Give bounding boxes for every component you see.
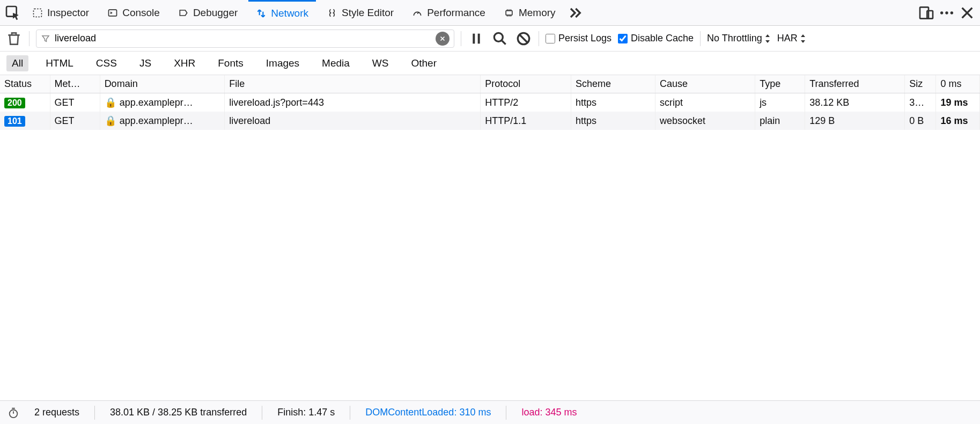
cell-status: 101 xyxy=(0,112,50,130)
persist-logs-input[interactable] xyxy=(546,34,555,43)
status-badge: 200 xyxy=(4,98,25,108)
har-label: HAR xyxy=(777,33,798,44)
tab-style-editor[interactable]: Style Editor xyxy=(319,0,401,25)
tab-console[interactable]: Console xyxy=(100,0,167,25)
tab-label: Debugger xyxy=(193,7,238,19)
kebab-menu-button[interactable] xyxy=(938,4,955,21)
separator xyxy=(700,31,701,46)
block-icon xyxy=(515,30,532,47)
disable-cache-input[interactable] xyxy=(618,34,628,43)
filter-input-wrap[interactable] xyxy=(36,30,454,48)
tab-debugger[interactable]: Debugger xyxy=(171,0,245,25)
tab-performance[interactable]: Performance xyxy=(404,0,493,25)
col-protocol[interactable]: Protocol xyxy=(481,75,571,93)
cell-type: plain xyxy=(755,112,805,130)
inspector-icon xyxy=(32,8,43,18)
col-transferred[interactable]: Transferred xyxy=(805,75,905,93)
type-filter-all[interactable]: All xyxy=(6,55,28,71)
disable-cache-checkbox[interactable]: Disable Cache xyxy=(618,33,694,44)
col-status[interactable]: Status xyxy=(0,75,50,93)
svg-point-6 xyxy=(940,11,943,14)
type-filter-media[interactable]: Media xyxy=(316,55,355,71)
svg-point-13 xyxy=(10,410,18,418)
table-row[interactable]: 101GET🔒app.examplepr…livereloadHTTP/1.1h… xyxy=(0,112,980,130)
cell-protocol: HTTP/1.1 xyxy=(481,112,571,130)
updown-caret-icon xyxy=(800,34,806,43)
svg-rect-1 xyxy=(34,9,42,17)
persist-logs-checkbox[interactable]: Persist Logs xyxy=(546,33,611,44)
svg-rect-2 xyxy=(109,10,117,16)
cell-domain: 🔒app.examplepr… xyxy=(100,93,225,112)
devtools-tabbar: Inspector Console Debugger Network Style… xyxy=(0,0,980,26)
style-editor-icon xyxy=(327,8,337,18)
close-icon xyxy=(959,4,976,21)
search-button[interactable] xyxy=(491,30,509,47)
block-url-button[interactable] xyxy=(515,30,532,47)
table-row[interactable]: 200GET🔒app.examplepr…livereload.js?port=… xyxy=(0,93,980,112)
clear-filter-button[interactable] xyxy=(436,32,450,46)
clear-requests-button[interactable] xyxy=(5,30,23,47)
type-filter-js[interactable]: JS xyxy=(134,55,157,71)
cell-type: js xyxy=(755,93,805,112)
trash-icon xyxy=(5,30,23,47)
pointer-icon xyxy=(4,4,21,21)
tab-label: Performance xyxy=(427,7,485,19)
cell-domain: 🔒app.examplepr… xyxy=(100,112,225,130)
pause-recording-button[interactable] xyxy=(468,30,485,47)
cell-size: 3… xyxy=(905,93,936,112)
type-filter-html[interactable]: HTML xyxy=(40,55,79,71)
cell-size: 0 B xyxy=(905,112,936,130)
svg-rect-3 xyxy=(506,10,512,14)
filter-input[interactable] xyxy=(55,33,431,44)
tab-inspector[interactable]: Inspector xyxy=(25,0,97,25)
har-menu[interactable]: HAR xyxy=(777,33,806,44)
devices-icon xyxy=(918,4,935,21)
request-table-wrap: Status Met… Domain File Protocol Scheme … xyxy=(0,75,980,400)
col-size[interactable]: Siz xyxy=(905,75,936,93)
tabs-overflow-button[interactable] xyxy=(566,4,584,21)
separator xyxy=(461,31,461,46)
cell-time: 16 ms xyxy=(936,112,980,130)
col-file[interactable]: File xyxy=(225,75,481,93)
performance-icon xyxy=(412,8,423,18)
chevron-double-right-icon xyxy=(566,4,584,21)
col-cause[interactable]: Cause xyxy=(655,75,755,93)
request-table: Status Met… Domain File Protocol Scheme … xyxy=(0,75,980,130)
col-scheme[interactable]: Scheme xyxy=(571,75,655,93)
type-filter-ws[interactable]: WS xyxy=(367,55,394,71)
tab-memory[interactable]: Memory xyxy=(496,0,563,25)
footer-transferred: 38.01 KB / 38.25 KB transferred xyxy=(110,407,247,418)
footer-finish: Finish: 1.47 s xyxy=(277,407,335,418)
lock-icon: 🔒 xyxy=(105,97,116,108)
type-filter-fonts[interactable]: Fonts xyxy=(212,55,249,71)
svg-rect-9 xyxy=(473,33,475,43)
col-time[interactable]: 0 ms xyxy=(936,75,980,93)
separator xyxy=(29,31,30,46)
tab-label: Style Editor xyxy=(342,7,394,19)
status-badge: 101 xyxy=(4,116,25,127)
type-filter-images[interactable]: Images xyxy=(261,55,305,71)
type-filter-css[interactable]: CSS xyxy=(91,55,122,71)
updown-caret-icon xyxy=(764,34,771,43)
type-filter-xhr[interactable]: XHR xyxy=(168,55,201,71)
funnel-icon xyxy=(41,34,50,43)
lock-icon: 🔒 xyxy=(105,115,116,126)
type-filter-other[interactable]: Other xyxy=(406,55,442,71)
tab-label: Console xyxy=(122,7,160,19)
tab-network[interactable]: Network xyxy=(248,0,316,25)
col-method[interactable]: Met… xyxy=(50,75,100,93)
cell-scheme: https xyxy=(571,112,655,130)
separator xyxy=(350,406,350,420)
element-picker-button[interactable] xyxy=(4,4,21,21)
svg-point-8 xyxy=(950,11,953,14)
cell-transferred: 129 B xyxy=(805,112,905,130)
network-toolbar: Persist Logs Disable Cache No Throttling… xyxy=(0,26,980,52)
cell-status: 200 xyxy=(0,93,50,112)
close-devtools-button[interactable] xyxy=(959,4,976,21)
responsive-design-button[interactable] xyxy=(918,4,935,21)
col-type[interactable]: Type xyxy=(755,75,805,93)
throttling-select[interactable]: No Throttling xyxy=(707,33,771,44)
col-domain[interactable]: Domain xyxy=(100,75,225,93)
separator xyxy=(506,406,506,420)
persist-logs-label: Persist Logs xyxy=(558,33,611,44)
